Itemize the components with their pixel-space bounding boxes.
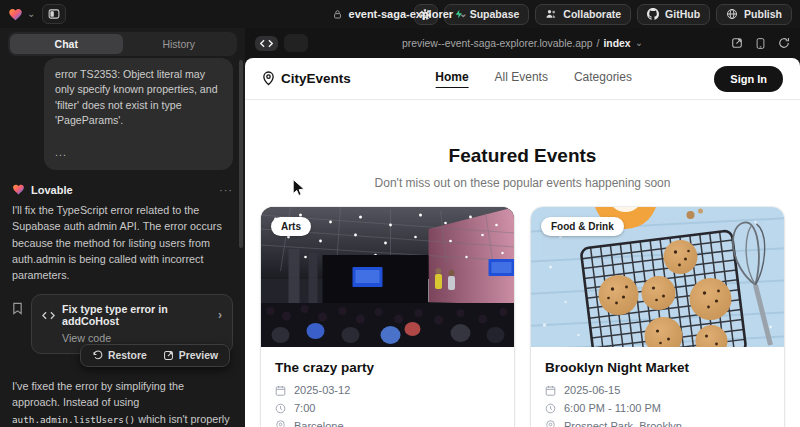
collaborate-button[interactable]: Collaborate xyxy=(535,4,631,25)
chat-scrollbar[interactable] xyxy=(239,60,243,248)
hero-title: Featured Events xyxy=(245,145,800,167)
chevron-down-icon: ⌄ xyxy=(635,38,643,48)
tab-history[interactable]: History xyxy=(123,34,236,54)
supabase-label: Supabase xyxy=(470,8,520,20)
code-change-card[interactable]: Fix type type error in addCoHost › View … xyxy=(31,294,233,354)
preview-page: index xyxy=(603,38,630,49)
chat-history-tabs: Chat History xyxy=(8,32,237,56)
preview-button[interactable]: Preview xyxy=(156,348,225,363)
url-separator: / xyxy=(597,38,600,49)
calendar-icon xyxy=(545,385,556,396)
collaborate-label: Collaborate xyxy=(563,8,621,20)
event-time: 6:00 PM - 11:00 PM xyxy=(545,402,770,414)
chat-panel: Chat History error TS2353: Object litera… xyxy=(0,28,245,427)
open-external-button[interactable] xyxy=(731,37,743,49)
calendar-icon xyxy=(275,385,286,396)
user-message-text: error TS2353: Object literal may only sp… xyxy=(55,67,222,129)
event-title: Brooklyn Night Market xyxy=(545,360,770,375)
project-selector[interactable]: event-saga-explorer ⌄ xyxy=(333,8,468,20)
event-card-crazy-party[interactable]: Arts The crazy party 2025-03-12 7:00 xyxy=(261,207,514,427)
preview-label: Preview xyxy=(179,350,218,361)
event-date: 2025-03-12 xyxy=(275,384,500,396)
event-image-conference: Arts xyxy=(261,207,514,347)
map-pin-icon xyxy=(545,420,556,427)
github-label: GitHub xyxy=(665,8,700,20)
clock-icon xyxy=(545,403,556,414)
user-message-bubble: error TS2353: Object literal may only sp… xyxy=(44,58,233,170)
event-location: Barcelone xyxy=(275,420,500,427)
event-title: The crazy party xyxy=(275,360,500,375)
github-button[interactable]: GitHub xyxy=(637,4,710,25)
message-truncation-ellipsis: ... xyxy=(55,145,222,160)
refresh-button[interactable] xyxy=(778,37,790,49)
nav-categories[interactable]: Categories xyxy=(574,70,632,88)
site-brand[interactable]: CityEvents xyxy=(262,71,351,86)
external-link-icon xyxy=(163,350,174,361)
site-viewport: CityEvents Home All Events Categories Si… xyxy=(245,58,800,427)
assistant-outro-text: I've fixed the error by simplifying the … xyxy=(12,378,233,427)
preview-url-selector[interactable]: preview--event-saga-explorer.lovable.app… xyxy=(402,38,643,49)
preview-url: preview--event-saga-explorer.lovable.app xyxy=(402,38,593,49)
inline-code: auth.admin.listUsers() xyxy=(12,414,135,425)
publish-label: Publish xyxy=(744,8,782,20)
restore-icon xyxy=(92,350,103,361)
lovable-heart-icon xyxy=(12,183,25,196)
bookmark-icon[interactable] xyxy=(12,302,23,315)
assistant-name: Lovable xyxy=(31,184,73,196)
event-time: 7:00 xyxy=(275,402,500,414)
github-icon xyxy=(647,8,659,20)
toolbar-secondary-button[interactable] xyxy=(284,34,308,52)
lock-icon xyxy=(333,9,343,20)
event-card-brooklyn-market[interactable]: Food & Drink Brooklyn Night Market 2025-… xyxy=(531,207,784,427)
restore-label: Restore xyxy=(108,350,147,361)
event-location: Prospect Park, Brooklyn xyxy=(545,420,770,427)
tab-chat[interactable]: Chat xyxy=(10,34,123,54)
project-name: event-saga-explorer xyxy=(349,8,454,20)
clock-icon xyxy=(275,403,286,414)
top-bar: ⌄ event-saga-explorer ⌄ Supabase xyxy=(0,0,800,28)
event-date: 2025-06-15 xyxy=(545,384,770,396)
sign-in-button[interactable]: Sign In xyxy=(714,66,783,92)
assistant-intro-text: I'll fix the TypeScript error related to… xyxy=(12,202,233,283)
globe-icon xyxy=(726,8,738,20)
site-brand-name: CityEvents xyxy=(281,71,351,86)
restore-button[interactable]: Restore xyxy=(85,348,154,363)
view-code-link[interactable]: View code xyxy=(62,332,222,344)
map-pin-icon xyxy=(262,71,275,86)
category-badge: Arts xyxy=(271,217,311,236)
chevron-down-icon: ⌄ xyxy=(27,9,35,19)
code-icon xyxy=(42,311,55,320)
event-image-cookies: Food & Drink xyxy=(531,207,784,347)
nav-home[interactable]: Home xyxy=(435,70,468,88)
message-menu-button[interactable]: ··· xyxy=(219,184,233,196)
sidebar-toggle-button[interactable] xyxy=(42,4,66,24)
lovable-logo-menu[interactable]: ⌄ xyxy=(8,7,35,22)
chevron-right-icon: › xyxy=(218,309,222,321)
site-nav: Home All Events Categories xyxy=(435,70,632,88)
sidebar-toggle-icon xyxy=(48,8,60,20)
code-view-button[interactable] xyxy=(255,36,278,51)
nav-all-events[interactable]: All Events xyxy=(495,70,548,88)
preview-pane: preview--event-saga-explorer.lovable.app… xyxy=(245,28,800,427)
chevron-down-icon: ⌄ xyxy=(459,9,467,19)
lovable-heart-icon xyxy=(8,7,23,22)
hero-subtitle: Don't miss out on these popular events h… xyxy=(245,176,800,190)
users-icon xyxy=(545,8,557,20)
publish-button[interactable]: Publish xyxy=(716,4,792,25)
site-header: CityEvents Home All Events Categories Si… xyxy=(245,58,800,100)
mobile-view-button[interactable] xyxy=(756,37,765,50)
code-change-title: Fix type type error in addCoHost xyxy=(62,303,211,327)
preview-toolbar: preview--event-saga-explorer.lovable.app… xyxy=(245,28,800,58)
version-toolbar: Restore Preview xyxy=(80,344,230,367)
category-badge: Food & Drink xyxy=(541,217,624,236)
map-pin-icon xyxy=(275,420,286,427)
